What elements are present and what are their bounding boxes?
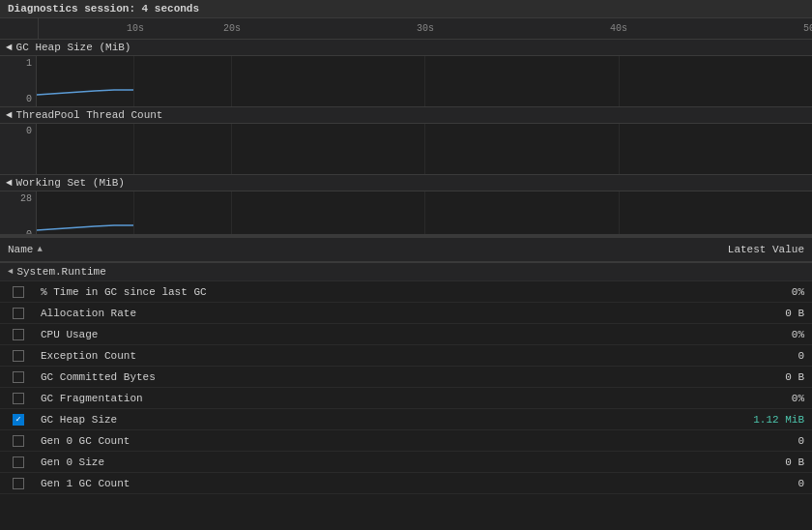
metric-checkbox-7[interactable] (13, 435, 24, 447)
metrics-table-section: Name ▲ Latest Value ◄ System.Runtime % T… (0, 236, 812, 530)
diagnostics-header: Diagnostics session: 4 seconds (0, 0, 812, 18)
working-set-title-row: ◄ Working Set (MiB) (0, 175, 812, 191)
table-row[interactable]: GC Committed Bytes0 B (0, 367, 812, 388)
metric-name-label: GC Committed Bytes (37, 371, 715, 383)
table-row[interactable]: CPU Usage0% (0, 324, 812, 345)
metric-checkbox-col (0, 414, 37, 426)
metric-name-label: CPU Usage (37, 329, 715, 340)
threadpool-data-row: 0 (0, 124, 812, 174)
threadpool-title-row: ◄ ThreadPool Thread Count (0, 107, 812, 124)
metric-checkbox-col (0, 435, 37, 447)
metric-checkbox-col (0, 350, 37, 362)
table-row[interactable]: Exception Count0 (0, 345, 812, 367)
working-set-plot (37, 191, 812, 236)
metric-checkbox-8[interactable] (13, 456, 24, 468)
working-set-data-row: 28 0 (0, 191, 812, 236)
gc-heap-title: GC Heap Size (MiB) (16, 42, 131, 53)
sort-arrow-icon: ▲ (37, 245, 42, 254)
gc-heap-plot (37, 56, 812, 106)
gc-heap-ymin: 0 (26, 94, 32, 104)
metrics-table-body: ◄ System.Runtime % Time in GC since last… (0, 263, 812, 494)
ruler-tick-10s: 10s (127, 23, 144, 34)
table-row[interactable]: Gen 1 GC Count0 (0, 473, 812, 494)
ruler-ticks: 10s20s30s40s50s (39, 18, 812, 39)
ruler-tick-20s: 20s (223, 23, 241, 34)
metric-checkbox-col (0, 456, 37, 468)
threadpool-chart: ◄ ThreadPool Thread Count 0 (0, 107, 812, 175)
metric-name-label: Gen 0 GC Count (37, 435, 715, 447)
metrics-rows: % Time in GC since last GC0%Allocation R… (0, 281, 812, 494)
metric-name-label: Exception Count (37, 350, 715, 362)
working-set-yaxis: 28 0 (0, 191, 37, 236)
gc-heap-chart: ◄ GC Heap Size (MiB) 1 0 (0, 40, 812, 107)
working-set-svg (37, 191, 812, 236)
metric-checkbox-6[interactable] (13, 414, 24, 426)
table-row[interactable]: % Time in GC since last GC0% (0, 281, 812, 303)
metric-checkbox-3[interactable] (13, 350, 24, 362)
ruler-tick-30s: 30s (417, 23, 434, 34)
table-row[interactable]: GC Heap Size1.12 MiB (0, 409, 812, 430)
ruler-tick-50s: 50s (803, 23, 812, 34)
metric-value-label: 0 (715, 435, 812, 447)
metric-value-label: 0 (715, 350, 812, 362)
table-row[interactable]: GC Fragmentation0% (0, 388, 812, 409)
metric-name-label: Allocation Rate (37, 308, 715, 319)
metric-name-label: GC Fragmentation (37, 393, 715, 404)
metric-checkbox-col (0, 393, 37, 404)
working-set-ymax: 28 (20, 193, 32, 204)
metric-name-label: % Time in GC since last GC (37, 286, 715, 298)
metric-checkbox-2[interactable] (13, 329, 24, 340)
metric-checkbox-4[interactable] (13, 371, 24, 383)
working-set-collapse-icon[interactable]: ◄ (6, 177, 13, 189)
metric-value-label: 1.12 MiB (715, 414, 812, 426)
timeline-area: 10s20s30s40s50s ◄ GC Heap Size (MiB) 1 0 (0, 18, 812, 236)
metric-value-label: 0% (715, 329, 812, 340)
working-set-ymin: 0 (26, 229, 32, 236)
col-value-header[interactable]: Latest Value (696, 242, 812, 257)
table-row[interactable]: Allocation Rate0 B (0, 303, 812, 324)
metric-checkbox-0[interactable] (13, 286, 24, 298)
threadpool-yaxis: 0 (0, 124, 37, 174)
grid-line (424, 124, 425, 174)
gc-heap-yaxis: 1 0 (0, 56, 37, 106)
working-set-title: Working Set (MiB) (16, 177, 125, 189)
threadpool-title: ThreadPool Thread Count (16, 109, 163, 121)
working-set-chart: ◄ Working Set (MiB) 28 0 (0, 175, 812, 236)
session-title: Diagnostics session: 4 seconds (8, 3, 199, 15)
table-row[interactable]: Gen 0 GC Count0 (0, 430, 812, 452)
threadpool-ymax: 0 (26, 126, 32, 136)
metric-value-label: 0 B (715, 371, 812, 383)
metric-checkbox-col (0, 371, 37, 383)
metric-value-label: 0% (715, 393, 812, 404)
grid-line (619, 124, 620, 174)
grid-line (133, 124, 134, 174)
col-value-label: Latest Value (728, 244, 804, 255)
metric-value-label: 0 B (715, 308, 812, 319)
group-name-label: System.Runtime (16, 266, 105, 278)
col-name-label: Name (8, 244, 33, 255)
metric-checkbox-col (0, 329, 37, 340)
threadpool-collapse-icon[interactable]: ◄ (6, 109, 13, 121)
gc-heap-svg (37, 56, 812, 106)
metric-checkbox-col (0, 308, 37, 319)
ruler-spacer (0, 18, 39, 39)
table-row[interactable]: Gen 0 Size0 B (0, 452, 812, 473)
gc-heap-collapse-icon[interactable]: ◄ (6, 42, 13, 53)
group-collapse-icon: ◄ (8, 267, 13, 277)
ruler-tick-40s: 40s (610, 23, 627, 34)
gc-heap-title-row: ◄ GC Heap Size (MiB) (0, 40, 812, 56)
gc-heap-ymax: 1 (26, 58, 32, 69)
col-name-header[interactable]: Name ▲ (0, 242, 696, 257)
metric-value-label: 0 B (715, 456, 812, 468)
metric-checkbox-5[interactable] (13, 393, 24, 404)
grid-line (231, 124, 232, 174)
gc-heap-data-row: 1 0 (0, 56, 812, 106)
metric-name-label: GC Heap Size (37, 414, 715, 426)
threadpool-plot (37, 124, 812, 174)
group-header-system-runtime[interactable]: ◄ System.Runtime (0, 263, 812, 281)
metric-checkbox-1[interactable] (13, 308, 24, 319)
metric-name-label: Gen 1 GC Count (37, 478, 715, 489)
timeline-ruler: 10s20s30s40s50s (0, 18, 812, 40)
metric-name-label: Gen 0 Size (37, 456, 715, 468)
metric-checkbox-9[interactable] (13, 478, 24, 489)
